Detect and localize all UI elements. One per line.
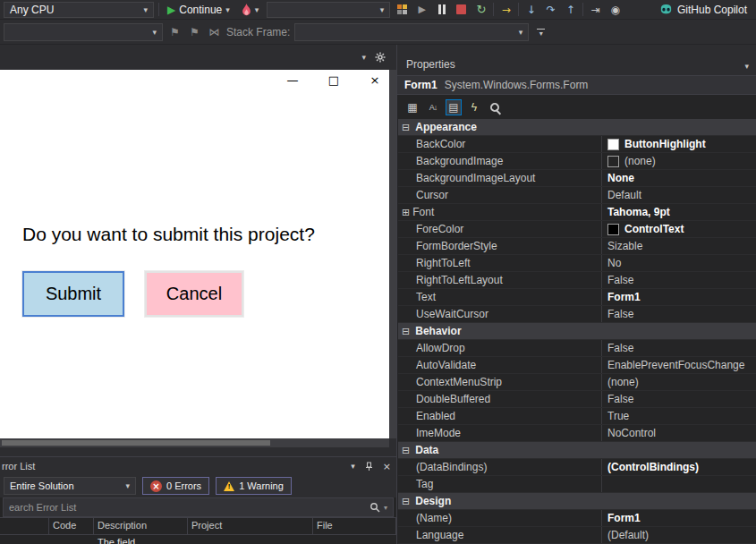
errors-filter-button[interactable]: × 0 Errors (142, 477, 209, 495)
collapse-icon[interactable]: ⊟ (402, 496, 410, 507)
category-row-data[interactable]: ⊟Data (398, 442, 756, 459)
property-value[interactable]: False (602, 340, 756, 356)
collapse-icon[interactable]: ⊟ (402, 445, 410, 456)
property-value[interactable]: Form1 (602, 510, 756, 526)
debug-target-dropdown[interactable]: ▾ (267, 2, 390, 18)
property-row-imemode[interactable]: ImeModeNoControl (398, 425, 756, 442)
property-row-backgroundimage[interactable]: BackgroundImage(none) (398, 153, 756, 170)
category-row-behavior[interactable]: ⊟Behavior (398, 323, 756, 340)
github-copilot-button[interactable]: GitHub Copilot (659, 3, 752, 16)
column-header-code[interactable]: Code (49, 518, 94, 534)
property-value[interactable]: False (602, 272, 756, 288)
property-value[interactable]: False (602, 391, 756, 407)
threads-icon[interactable]: ⋈ (207, 24, 222, 39)
property-row-name[interactable]: (Name)Form1 (398, 510, 756, 527)
step-over-icon[interactable]: ↷ (543, 2, 558, 17)
alphabetical-icon[interactable]: A↓ (425, 99, 441, 115)
properties-view-icon[interactable]: ▤ (446, 99, 462, 115)
property-value[interactable]: No (602, 255, 756, 271)
property-row-allowdrop[interactable]: AllowDropFalse (398, 340, 756, 357)
stack-frame-dropdown[interactable]: ▾ (294, 23, 529, 41)
close-button[interactable]: × (368, 73, 382, 87)
property-value[interactable]: None (602, 170, 756, 186)
property-row-formborderstyle[interactable]: FormBorderStyleSizable (398, 238, 756, 255)
start-without-debugging-icon[interactable]: ▶ (414, 2, 429, 17)
property-row-forecolor[interactable]: ForeColorControlText (398, 221, 756, 238)
gear-icon[interactable] (375, 52, 386, 63)
hot-reload-button[interactable]: ▾ (238, 2, 263, 18)
flag-arrow-icon[interactable]: ⚑ (187, 24, 202, 39)
continue-button[interactable]: ▶ Continue ▾ (164, 2, 234, 18)
close-icon[interactable]: × (383, 461, 391, 472)
chevron-down-icon[interactable]: ▾ (361, 53, 366, 62)
property-row-enabled[interactable]: EnabledTrue (398, 408, 756, 425)
property-row-tag[interactable]: Tag (398, 476, 756, 493)
property-value[interactable]: ControlText (602, 221, 756, 237)
chevron-down-icon[interactable]: ▾ (351, 462, 355, 471)
stop-icon[interactable] (456, 4, 466, 14)
property-row-databindings[interactable]: (DataBindings)(ControlBindings) (398, 459, 756, 476)
property-row-backcolor[interactable]: BackColorButtonHighlight (398, 136, 756, 153)
property-row-righttoleftlayout[interactable]: RightToLeftLayoutFalse (398, 272, 756, 289)
property-row-backgroundimagelayout[interactable]: BackgroundImageLayoutNone (398, 170, 756, 187)
cancel-button[interactable]: Cancel (145, 271, 243, 317)
property-value[interactable]: Sizable (602, 238, 756, 254)
designer-horizontal-scrollbar[interactable] (0, 438, 389, 447)
toolbar-overflow-icon[interactable]: ▾ (537, 29, 545, 36)
property-value[interactable]: Default (602, 187, 756, 203)
property-value[interactable]: (ControlBindings) (602, 459, 756, 475)
property-row-cursor[interactable]: CursorDefault (398, 187, 756, 204)
minimize-button[interactable]: — (285, 73, 300, 87)
property-row-language[interactable]: Language(Default) (398, 527, 756, 544)
column-header-icon[interactable] (0, 518, 49, 534)
property-value[interactable]: False (602, 306, 756, 322)
error-list-search-input[interactable]: earch Error List ▾ (3, 497, 394, 517)
designer-vertical-scrollbar[interactable] (389, 70, 396, 438)
show-next-statement-icon[interactable]: → (498, 2, 514, 17)
restart-icon[interactable]: ↻ (473, 2, 488, 17)
property-row-doublebuffered[interactable]: DoubleBufferedFalse (398, 391, 756, 408)
object-selector-dropdown[interactable]: Form1 System.Windows.Forms.Form (397, 75, 756, 95)
property-row-font[interactable]: ⊞FontTahoma, 9pt (398, 204, 756, 221)
step-out-icon[interactable]: ↑ (563, 2, 578, 17)
property-pages-icon[interactable] (487, 99, 503, 115)
property-value[interactable]: Form1 (602, 289, 756, 305)
property-value[interactable]: (none) (602, 153, 756, 169)
flag-icon[interactable]: ⚑ (167, 24, 183, 39)
property-value[interactable]: Tahoma, 9pt (602, 204, 756, 220)
collapse-icon[interactable]: ⊟ (402, 122, 410, 133)
table-row[interactable]: The field (0, 535, 396, 544)
warnings-filter-button[interactable]: 1 Warning (216, 477, 292, 495)
scope-dropdown[interactable]: Entire Solution ▾ (4, 477, 136, 495)
maximize-button[interactable]: □ (327, 73, 341, 87)
scrollbar-thumb[interactable] (2, 440, 270, 446)
property-value[interactable] (602, 476, 756, 492)
property-row-usewaitcursor[interactable]: UseWaitCursorFalse (398, 306, 756, 323)
chevron-down-icon[interactable]: ▾ (744, 62, 749, 71)
submit-button[interactable]: Submit (22, 271, 124, 317)
pin-icon[interactable] (364, 462, 374, 472)
categorized-icon[interactable]: ▦ (404, 99, 420, 115)
property-value[interactable]: True (602, 408, 756, 424)
property-value[interactable]: EnablePreventFocusChange (602, 357, 756, 373)
column-header-description[interactable]: Description (94, 518, 188, 534)
pause-icon[interactable] (434, 2, 449, 17)
property-row-autovalidate[interactable]: AutoValidateEnablePreventFocusChange (398, 357, 756, 374)
expand-icon[interactable]: ⊞ (402, 207, 410, 218)
run-to-cursor-icon[interactable]: ⇥ (588, 2, 603, 17)
step-into-icon[interactable]: ↓ (523, 2, 539, 17)
property-value[interactable]: (Default) (602, 527, 756, 543)
property-value[interactable]: (none) (602, 374, 756, 390)
property-value[interactable]: NoControl (602, 425, 756, 441)
diagnostics-icon[interactable] (397, 4, 407, 14)
category-row-design[interactable]: ⊟Design (398, 493, 756, 510)
collapse-icon[interactable]: ⊟ (402, 326, 410, 337)
breakpoints-window-icon[interactable]: ◉ (607, 2, 623, 17)
process-dropdown[interactable]: ▾ (4, 23, 163, 41)
form-designer-canvas[interactable]: — □ × Do you want to submit this project… (0, 70, 389, 438)
column-header-file[interactable]: File (313, 518, 396, 534)
column-header-project[interactable]: Project (188, 518, 313, 534)
solution-configuration-dropdown[interactable]: Any CPU ▾ (4, 2, 154, 18)
property-row-righttoleft[interactable]: RightToLeftNo (398, 255, 756, 272)
category-row-appearance[interactable]: ⊟Appearance (398, 119, 756, 136)
